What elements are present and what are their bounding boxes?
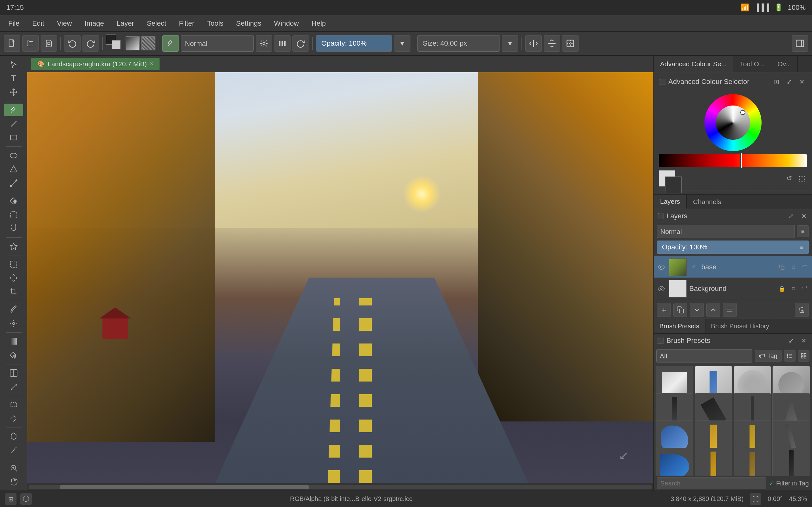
status-canvas-btn[interactable]: ⊞ <box>5 493 16 505</box>
panels-toggle[interactable] <box>792 35 808 52</box>
color-wheel[interactable] <box>705 94 762 151</box>
layer-blend-mode-select[interactable]: Normal <box>657 225 795 238</box>
layer-row-base[interactable]: base α <box>654 257 812 278</box>
layers-close-btn[interactable]: ✕ <box>799 211 809 221</box>
blending-mode-select[interactable]: Normal <box>181 35 254 52</box>
menu-tools[interactable]: Tools <box>202 17 229 30</box>
color-swatch-stack[interactable] <box>106 35 124 52</box>
brush-brown[interactable] <box>734 448 771 475</box>
colorpicker-tool[interactable] <box>4 303 23 316</box>
polygon-shape-tool[interactable] <box>4 430 23 443</box>
brush-tag-btn[interactable]: 🏷 Tag <box>755 350 781 362</box>
tab-advanced-color[interactable]: Advanced Colour Se... <box>654 56 733 72</box>
status-info-btn[interactable]: ⓘ <box>20 493 32 505</box>
save-button[interactable] <box>41 35 57 52</box>
tab-brush-history[interactable]: Brush Preset History <box>705 319 775 333</box>
brush-tool[interactable] <box>4 104 23 116</box>
color-gradient-bar[interactable] <box>659 154 807 167</box>
menu-window[interactable]: Window <box>269 17 304 30</box>
menu-image[interactable]: Image <box>80 17 109 30</box>
contiguous-select-tool[interactable] <box>4 412 23 425</box>
fit-view-btn[interactable] <box>750 493 761 505</box>
line-tool[interactable] <box>4 118 23 130</box>
crop-tool[interactable] <box>4 285 23 298</box>
brush-tool-button[interactable] <box>162 35 179 52</box>
smart-patch-tool[interactable] <box>4 240 23 253</box>
rectangle-select-tool[interactable] <box>4 398 23 411</box>
rectangle-tool[interactable] <box>4 131 23 144</box>
scrollbar-track[interactable] <box>29 485 652 489</box>
ellipse-tool[interactable] <box>4 149 23 162</box>
delete-layer-btn[interactable] <box>795 303 809 317</box>
menu-layer[interactable]: Layer <box>112 17 139 30</box>
tab-tool-options[interactable]: Tool O... <box>733 56 771 72</box>
brush-golden[interactable] <box>695 448 732 475</box>
new-document-button[interactable] <box>4 35 20 52</box>
brush-preset-chooser[interactable] <box>256 35 272 52</box>
color-panel-expand-btn[interactable]: ⤢ <box>784 77 794 87</box>
add-layer-btn[interactable]: + <box>657 303 671 317</box>
layer-base-alpha-btn[interactable]: α <box>789 262 798 272</box>
smart-fill-tool[interactable] <box>4 349 23 361</box>
menu-view[interactable]: View <box>52 17 77 30</box>
layer-filter-btn[interactable]: ≡ <box>797 225 809 237</box>
brush-dark-sketch[interactable] <box>772 448 810 475</box>
layers-expand-btn[interactable]: ⤢ <box>786 211 796 221</box>
move-layer-down-btn[interactable] <box>690 303 704 317</box>
layer-base-visibility[interactable] <box>656 262 666 272</box>
tab-overview[interactable]: Ov... <box>771 56 798 72</box>
assistant-tool[interactable] <box>4 367 23 379</box>
layer-base-copy-btn[interactable] <box>777 262 786 272</box>
transform-tool[interactable] <box>4 86 23 99</box>
show-brush-editor[interactable] <box>274 35 291 52</box>
layer-bg-visibility[interactable] <box>656 284 666 294</box>
copy-layer-btn[interactable] <box>673 303 687 317</box>
layer-row-background[interactable]: Background 🔒 α <box>654 278 812 299</box>
opacity-arrow-down[interactable]: ▼ <box>394 35 410 52</box>
tab-channels[interactable]: Channels <box>687 194 728 209</box>
layer-base-inherit-btn[interactable] <box>800 262 809 272</box>
freehand-selection-tool[interactable] <box>4 209 23 221</box>
redo-button[interactable] <box>83 35 99 52</box>
size-arrow-down[interactable]: ▼ <box>502 35 518 52</box>
brush-search-input[interactable] <box>657 477 766 489</box>
brush-category-select[interactable]: All <box>656 349 752 362</box>
fill-tool[interactable] <box>4 194 23 207</box>
polygon-tool[interactable] <box>4 163 23 176</box>
move-layer-up-btn[interactable] <box>706 303 720 317</box>
move-tool[interactable] <box>4 272 23 285</box>
brush-view-grid-btn[interactable] <box>798 350 809 361</box>
color-panel-close-btn[interactable]: ✕ <box>797 77 807 87</box>
canvas-tab[interactable]: 🎨 Landscape-raghu.kra (120.7 MiB) × <box>31 58 159 70</box>
zoom-tool[interactable] <box>4 462 23 474</box>
layer-bg-alpha-btn[interactable]: α <box>789 284 798 293</box>
gradient-preview[interactable] <box>125 37 140 50</box>
color-wheel-container[interactable] <box>656 91 809 153</box>
filter-in-tag-toggle[interactable]: Filter in Tag <box>769 480 809 487</box>
menu-help[interactable]: Help <box>306 17 331 30</box>
color-picker-btn[interactable]: ⬚ <box>797 173 807 183</box>
text-tool[interactable]: T <box>4 72 23 85</box>
canvas-viewport[interactable]: ↙ <box>27 72 653 483</box>
menu-select[interactable]: Select <box>142 17 171 30</box>
canvas-tab-close[interactable]: × <box>150 60 154 67</box>
refresh-button[interactable] <box>293 35 309 52</box>
canvas-scrollbar-h[interactable] <box>27 483 653 491</box>
brush-panel-close-btn[interactable]: ✕ <box>799 336 809 346</box>
open-button[interactable] <box>22 35 39 52</box>
sample-all-tool[interactable] <box>4 317 23 330</box>
color-panel-grid-btn[interactable]: ⊞ <box>771 77 781 87</box>
layer-bg-inherit-btn[interactable] <box>800 284 809 293</box>
menu-filter[interactable]: Filter <box>174 17 200 30</box>
undo-button[interactable] <box>64 35 81 52</box>
select-tool[interactable] <box>4 58 23 71</box>
color-refresh-btn[interactable]: ↺ <box>784 173 794 183</box>
mirror-vertical-button[interactable] <box>544 35 560 52</box>
opacity-control[interactable]: Opacity: 100% <box>316 35 392 52</box>
opacity-menu-btn[interactable]: ≡ <box>797 243 806 251</box>
menu-settings[interactable]: Settings <box>231 17 266 30</box>
background-color[interactable] <box>112 40 120 49</box>
rect-selection-tool[interactable] <box>4 258 23 271</box>
foreground-swatch[interactable] <box>665 176 681 193</box>
pattern-preview[interactable] <box>142 37 155 50</box>
